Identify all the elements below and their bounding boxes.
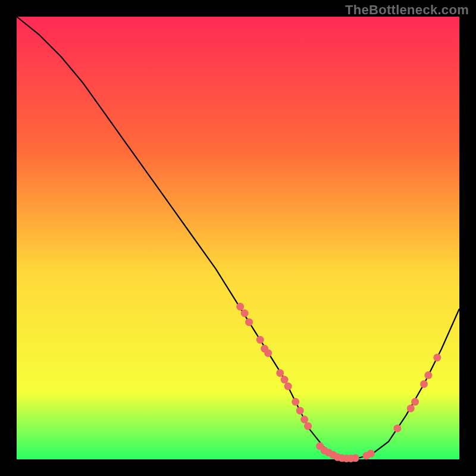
- curve-marker: [296, 407, 304, 415]
- curve-marker: [304, 422, 312, 430]
- curve-marker: [236, 303, 244, 311]
- curve-marker: [407, 405, 415, 412]
- curve-marker: [276, 369, 284, 377]
- bottleneck-chart: [0, 0, 476, 476]
- chart-container: TheBottleneck.com: [0, 0, 476, 476]
- curve-marker: [393, 424, 401, 432]
- curve-marker: [284, 383, 292, 390]
- curve-marker: [433, 353, 441, 361]
- curve-marker: [292, 398, 299, 406]
- curve-marker: [420, 380, 428, 388]
- curve-marker: [281, 376, 289, 384]
- curve-marker: [411, 398, 419, 406]
- curve-marker: [245, 318, 253, 326]
- curve-marker: [352, 454, 359, 462]
- curve-marker: [241, 309, 249, 317]
- watermark-label: TheBottleneck.com: [345, 2, 469, 18]
- curve-marker: [424, 371, 432, 379]
- curve-marker: [300, 416, 308, 424]
- curve-marker: [256, 336, 264, 344]
- curve-marker: [264, 349, 272, 357]
- curve-marker: [367, 450, 375, 458]
